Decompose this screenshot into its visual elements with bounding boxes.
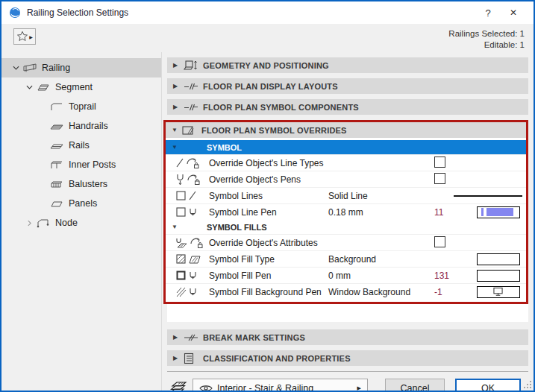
tree-item-label: Inner Posts [69, 159, 116, 170]
row-symbol-fill-background-pen: Symbol Fill Background Pen Window Backgr… [166, 283, 526, 300]
editable-count: Editable: 1 [448, 39, 525, 51]
chevron-right-icon[interactable] [24, 220, 34, 227]
panel-floor-plan-display-layouts[interactable]: ▶ FLOOR PLAN DISPLAY LAYOUTS [167, 78, 528, 94]
toprail-icon [48, 101, 66, 112]
tree-item-balusters[interactable]: Balusters [1, 174, 161, 194]
panels-icon [48, 198, 66, 209]
tree-item-label: Rails [69, 140, 90, 151]
override-line-types-checkbox[interactable] [434, 157, 445, 168]
tree-item-label: Handrails [69, 121, 108, 131]
row-label: Override Object's Attributes [209, 238, 328, 248]
symbol-fill-background-pen-number[interactable]: -1 [434, 287, 470, 297]
tree-item-toprail[interactable]: Toprail [1, 97, 161, 116]
railing-icon [21, 63, 39, 73]
line-type-override-icon [166, 157, 209, 169]
segment-icon [34, 82, 52, 92]
layer-value: Interior - Stair & Railing [217, 383, 313, 392]
favorites-button[interactable]: ▶ [13, 28, 36, 45]
symbol-fill-type-swatch[interactable] [477, 253, 520, 265]
annotation-highlight-box: ▼ FLOOR PLAN SYMBOL OVERRIDES ▼ SYMBOL O… [163, 120, 528, 304]
panel-floor-plan-symbol-overrides[interactable]: ▼ FLOOR PLAN SYMBOL OVERRIDES [166, 122, 526, 138]
tree-item-handrails[interactable]: Handrails [1, 116, 161, 136]
row-symbol-fill-pen: Symbol Fill Pen 0 mm 131 [166, 267, 526, 283]
node-icon [34, 218, 52, 228]
close-button[interactable]: ✕ [501, 7, 526, 18]
inner-posts-icon [48, 159, 66, 170]
row-override-attributes: Override Object's Attributes [166, 234, 526, 250]
row-label: Override Object's Pens [209, 174, 328, 185]
symbol-fill-pen-number[interactable]: 131 [434, 271, 470, 281]
row-label: Symbol Fill Pen [209, 271, 328, 281]
panel-floor-plan-symbol-components[interactable]: ▶ FLOOR PLAN SYMBOL COMPONENTS [167, 99, 528, 115]
symbol-lines-icon [166, 190, 209, 201]
symbol-line-pen-weight[interactable]: 0.18 mm [328, 207, 434, 218]
window-background-swatch[interactable] [477, 286, 520, 298]
flyout-arrow-icon: ▶ [29, 34, 33, 39]
chevron-down-icon[interactable] [24, 85, 34, 89]
chevron-right-icon: ▶ [173, 104, 184, 110]
footer: Interior - Stair & Railing ▶ Cancel OK [167, 371, 528, 392]
eye-icon [199, 384, 213, 392]
panel-classification-and-properties[interactable]: ▶ CLASSIFICATION AND PROPERTIES [167, 350, 528, 366]
tree-item-node[interactable]: Node [1, 213, 161, 233]
handrails-icon [48, 121, 66, 131]
symbol-section-header[interactable]: ▼ SYMBOL [166, 140, 526, 154]
panel-content-tail [167, 304, 528, 322]
tree-item-label: Railing [42, 63, 70, 73]
star-icon [16, 31, 28, 42]
tree-item-label: Segment [55, 82, 93, 92]
panel-geometry-and-positioning[interactable]: ▶ GEOMETRY AND POSITIONING [167, 57, 528, 73]
panel-break-mark-settings[interactable]: ▶ BREAK MARK SETTINGS [167, 329, 528, 345]
row-symbol-fill-type: Symbol Fill Type Background [166, 250, 526, 267]
tree-item-rails[interactable]: Rails [1, 136, 161, 155]
symbol-lines-value[interactable]: Solid Line [328, 191, 434, 201]
override-pens-checkbox[interactable] [434, 173, 445, 184]
line-type-preview[interactable] [454, 195, 522, 197]
symbol-override-icon [182, 125, 201, 136]
cancel-button[interactable]: Cancel [385, 379, 445, 392]
tree-item-panels[interactable]: Panels [1, 194, 161, 213]
chevron-right-icon: ▶ [173, 334, 184, 341]
title-bar[interactable]: Railing Selection Settings ? ✕ [1, 1, 534, 24]
symbol-fill-pen-icon [166, 270, 209, 281]
break-line-icon [184, 103, 203, 112]
help-button[interactable]: ? [475, 7, 501, 19]
panel-label: BREAK MARK SETTINGS [203, 333, 305, 342]
symbol-line-pen-icon [166, 206, 209, 218]
row-override-pens: Override Object's Pens [166, 171, 526, 187]
panel-label: GEOMETRY AND POSITIONING [203, 61, 329, 70]
symbol-fills-section-header[interactable]: ▼ SYMBOL FILLS [166, 220, 526, 234]
settings-panel: ▶ GEOMETRY AND POSITIONING ▶ FLOOR PLAN … [162, 52, 534, 391]
row-override-line-types: Override Object's Line Types [166, 154, 526, 171]
ok-button[interactable]: OK [455, 379, 521, 392]
row-symbol-lines: Symbol Lines Solid Line [166, 187, 526, 203]
attributes-override-icon [166, 237, 209, 249]
geometry-icon [184, 60, 203, 72]
tree-item-inner-posts[interactable]: Inner Posts [1, 155, 161, 174]
symbol-line-pen-number[interactable]: 11 [434, 207, 470, 218]
symbol-fill-background-pen-icon [166, 286, 209, 297]
chevron-right-icon: ▶ [173, 83, 184, 89]
symbol-fill-type-value[interactable]: Background [328, 254, 434, 265]
chevron-right-icon: ▶ [173, 62, 184, 69]
element-tree: Railing Segment Toprail Handrails Rails [1, 52, 162, 391]
chevron-down-icon: ▼ [172, 224, 207, 230]
chevron-down-icon: ▼ [172, 127, 182, 133]
section-title: SYMBOL FILLS [207, 223, 266, 232]
override-attributes-checkbox[interactable] [434, 236, 445, 247]
layers-icon [167, 380, 193, 392]
symbol-fill-background-pen-value[interactable]: Window Background [328, 287, 434, 297]
layer-selector[interactable]: Interior - Stair & Railing ▶ [193, 379, 368, 392]
header-band: ▶ Railings Selected: 1 Editable: 1 [1, 24, 534, 52]
break-mark-icon [184, 333, 203, 342]
window-title: Railing Selection Settings [27, 7, 475, 18]
tree-item-segment[interactable]: Segment [1, 78, 161, 97]
chevron-down-icon[interactable] [10, 66, 21, 70]
row-label: Symbol Lines [209, 191, 328, 201]
resize-grip[interactable] [524, 381, 531, 388]
row-label: Symbol Fill Background Pen [209, 287, 328, 297]
symbol-fill-pen-weight[interactable]: 0 mm [328, 271, 434, 281]
tree-item-railing[interactable]: Railing [1, 58, 161, 78]
symbol-fill-pen-swatch[interactable] [477, 270, 520, 282]
symbol-line-pen-swatch[interactable] [477, 206, 520, 218]
